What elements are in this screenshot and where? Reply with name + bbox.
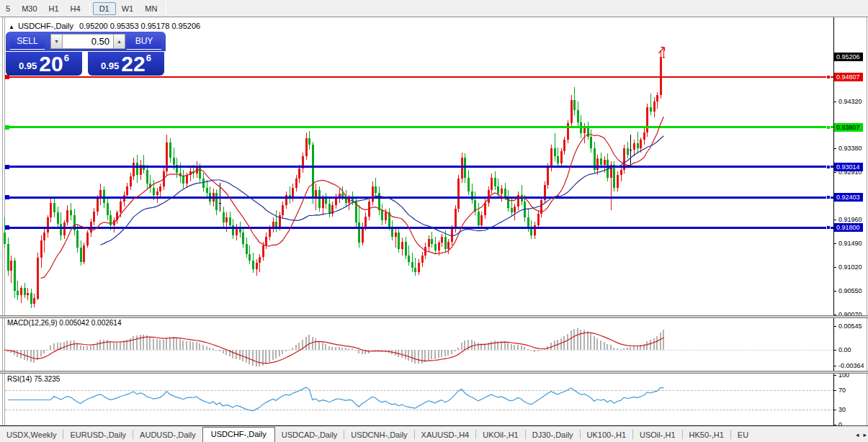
chart-tab-xauusd-h4[interactable]: XAUUSD-,H4 xyxy=(415,428,476,442)
hline-left-handle[interactable] xyxy=(5,125,9,130)
chart-tab-ukoil-h1[interactable]: UKOil-,H1 xyxy=(476,428,525,442)
date-tick xyxy=(1,425,2,426)
date-tick xyxy=(389,425,390,426)
price-badge-0.95206: 0.95206 xyxy=(834,53,863,61)
sell-price-big: 20 xyxy=(39,55,63,73)
window-frame-line xyxy=(867,17,867,425)
macd-scale-label: -0.00364 xyxy=(838,362,864,369)
volume-stepper: ▼ ▲ xyxy=(50,34,125,49)
date-tick xyxy=(501,425,501,426)
price-badge-0.91800: 0.91800 xyxy=(834,223,863,232)
chart-tab-bar: USDX,WeeklyEURUSD-,DailyAUDUSD-,DailyUSD… xyxy=(0,425,868,442)
buy-button[interactable]: BUY xyxy=(127,33,161,50)
timeframe-button-h1[interactable]: H1 xyxy=(43,3,65,14)
price-badge-0.93807: 0.93807 xyxy=(834,123,863,132)
chart-tab-usdcad-daily[interactable]: USDCAD-,Daily xyxy=(275,428,344,442)
macd-tick xyxy=(833,366,836,366)
hline-right-handle[interactable] xyxy=(826,165,831,169)
chart-tab-audusd-daily[interactable]: AUDUSD-,Daily xyxy=(133,428,202,442)
chart-tab-dj30-daily[interactable]: DJ30-,Daily xyxy=(526,428,580,442)
hline-right-handle[interactable] xyxy=(826,195,831,199)
chart-tab-usdcnh-daily[interactable]: USDCNH-,Daily xyxy=(344,428,413,442)
price-tick xyxy=(833,291,836,292)
hline-left-handle[interactable] xyxy=(5,195,9,199)
sell-price-display[interactable]: 0.95 20 6 xyxy=(6,52,82,76)
buy-price-small: 0.95 xyxy=(101,60,119,71)
timeframe-button-mn[interactable]: MN xyxy=(139,3,163,14)
date-tick xyxy=(156,425,156,426)
chart-tab-uk100-h1[interactable]: UK100-,H1 xyxy=(581,428,632,442)
tab-scroll-left-icon[interactable]: ◂ xyxy=(856,430,859,439)
trading-terminal: 5M30H1H4D1W1MN ▲USDCHF-,Daily0.95200 0.9… xyxy=(0,0,868,442)
chart-tab-usdx-weekly[interactable]: USDX,Weekly xyxy=(0,428,63,442)
tab-scroll-arrows: ◂▸ xyxy=(856,430,867,439)
rsi-tick xyxy=(833,375,836,376)
buy-price-display[interactable]: 0.95 22 6 xyxy=(88,52,164,76)
hline-0.93807[interactable] xyxy=(5,126,833,128)
tab-scroll-right-icon[interactable]: ▸ xyxy=(863,430,867,439)
macd-tick xyxy=(833,326,836,327)
date-axis-line xyxy=(0,425,833,426)
date-tick xyxy=(205,425,206,426)
timeframe-button-m30[interactable]: M30 xyxy=(16,3,42,14)
timeframe-button-5[interactable]: 5 xyxy=(0,3,16,14)
price-badge-0.93014: 0.93014 xyxy=(834,163,863,171)
rsi-scale-label: 30 xyxy=(838,406,846,413)
sell-price-small: 0.95 xyxy=(19,60,37,71)
rsi-tick xyxy=(833,390,836,391)
buy-price-sup: 6 xyxy=(146,53,151,63)
rsi-level-30 xyxy=(5,410,833,410)
hline-left-handle[interactable] xyxy=(5,165,9,169)
trade-panel-top: SELL ▼ ▲ BUY xyxy=(6,32,166,51)
chart-symbol: USDCHF-,Daily xyxy=(18,22,73,30)
timeframe-button-d1[interactable]: D1 xyxy=(93,2,116,15)
price-badge-0.92403: 0.92403 xyxy=(834,193,863,202)
hline-left-handle[interactable] xyxy=(5,225,9,230)
chart-tab-usdchf-daily[interactable]: USDCHF-,Daily xyxy=(202,427,275,442)
collapse-icon[interactable]: ▲ xyxy=(9,24,14,30)
pane-splitter[interactable] xyxy=(0,371,868,374)
hline-right-handle[interactable] xyxy=(826,225,831,230)
price-tick-label: 0.91490 xyxy=(838,240,862,247)
hline-0.92403[interactable] xyxy=(5,197,833,199)
price-tick-label: 0.90550 xyxy=(838,287,862,294)
timeframe-toolbar: 5M30H1H4D1W1MN xyxy=(0,0,868,17)
price-badge-0.94807: 0.94807 xyxy=(834,73,863,81)
chart-window[interactable]: ▲USDCHF-,Daily0.95200 0.95353 0.95178 0.… xyxy=(0,17,868,425)
sell-price-sup: 6 xyxy=(64,53,69,63)
volume-decrease-button[interactable]: ▼ xyxy=(50,34,63,49)
hline-0.93014[interactable] xyxy=(5,166,833,168)
chart-tab-usoil-h1[interactable]: USOil-,H1 xyxy=(633,428,682,442)
chart-ohlc-values: 0.95200 0.95353 0.95178 0.95206 xyxy=(79,22,200,30)
chart-tab-hk50-h1[interactable]: HK50-,H1 xyxy=(683,428,730,442)
date-tick xyxy=(459,425,460,426)
price-tick xyxy=(833,172,836,173)
hline-right-handle[interactable] xyxy=(826,125,831,130)
macd-zero-line xyxy=(5,350,833,351)
date-tick xyxy=(254,425,255,426)
chart-tab-eu[interactable]: EU xyxy=(731,428,755,442)
rsi-tick xyxy=(833,410,836,410)
macd-label: MACD(12,26,9) 0.005042 0.002614 xyxy=(7,319,121,327)
volume-input[interactable] xyxy=(63,34,113,49)
window-frame-line xyxy=(2,17,3,425)
date-tick xyxy=(538,425,539,426)
hline-0.918[interactable] xyxy=(5,227,833,229)
price-tick-label: 0.91960 xyxy=(838,216,862,223)
sell-button[interactable]: SELL xyxy=(10,33,45,50)
buy-price-big: 22 xyxy=(121,55,145,73)
date-tick xyxy=(425,425,426,426)
pane-splitter[interactable] xyxy=(0,315,868,318)
chart-plot-area[interactable]: ▲USDCHF-,Daily0.95200 0.95353 0.95178 0.… xyxy=(0,17,868,426)
hline-right-handle[interactable] xyxy=(826,75,831,79)
price-tick-label: 0.91020 xyxy=(838,263,862,271)
rsi-scale-label: 0 xyxy=(838,421,842,426)
chart-tab-eurusd-daily[interactable]: EURUSD-,Daily xyxy=(63,428,133,442)
macd-scale-label: 0.00545 xyxy=(838,323,862,330)
timeframe-button-h4[interactable]: H4 xyxy=(65,3,86,14)
volume-increase-button[interactable]: ▲ xyxy=(113,34,125,49)
timeframe-button-w1[interactable]: W1 xyxy=(116,3,140,14)
price-tick-label: 0.93380 xyxy=(838,145,862,152)
date-tick xyxy=(100,425,101,426)
price-tick xyxy=(833,243,836,244)
